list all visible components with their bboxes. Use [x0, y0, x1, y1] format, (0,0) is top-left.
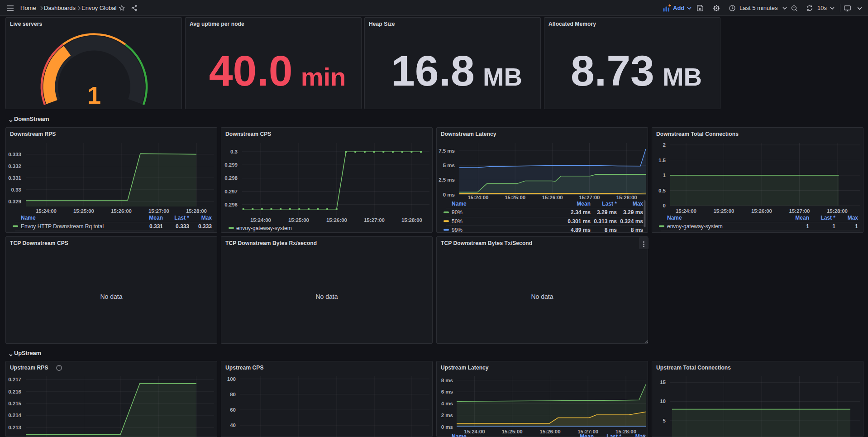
- svg-text:15:26:00: 15:26:00: [540, 429, 561, 434]
- svg-text:15:27:00: 15:27:00: [579, 195, 600, 200]
- svg-text:60: 60: [230, 407, 236, 413]
- svg-text:8 ms: 8 ms: [441, 378, 453, 383]
- svg-text:15:24:00: 15:24:00: [250, 217, 271, 223]
- svg-text:100: 100: [227, 376, 236, 382]
- svg-text:16.8MB: 16.8MB: [391, 47, 522, 95]
- svg-text:0: 0: [663, 203, 666, 208]
- svg-text:0.298: 0.298: [224, 175, 238, 181]
- svg-text:0.213: 0.213: [8, 425, 21, 430]
- svg-text:80: 80: [230, 392, 236, 397]
- svg-text:Name: Name: [21, 215, 36, 221]
- svg-text:1: 1: [832, 223, 835, 230]
- svg-text:1.5: 1.5: [658, 158, 666, 163]
- svg-text:0.3: 0.3: [230, 149, 238, 154]
- svg-text:15: 15: [660, 379, 666, 385]
- svg-text:0.333: 0.333: [198, 223, 212, 230]
- svg-text:15:27:00: 15:27:00: [364, 217, 385, 223]
- svg-text:0.332: 0.332: [8, 163, 21, 169]
- svg-text:15:26:00: 15:26:00: [542, 195, 563, 200]
- svg-text:0.217: 0.217: [8, 377, 21, 382]
- svg-text:90%: 90%: [452, 209, 463, 216]
- svg-text:15:25:00: 15:25:00: [73, 208, 94, 214]
- svg-text:0 ms: 0 ms: [443, 192, 455, 197]
- svg-text:Name: Name: [452, 201, 467, 207]
- svg-text:15:27:00: 15:27:00: [789, 208, 810, 214]
- svg-text:Max: Max: [201, 215, 212, 221]
- svg-text:6 ms: 6 ms: [441, 389, 453, 394]
- svg-text:0.297: 0.297: [224, 189, 238, 194]
- svg-text:3.29 ms: 3.29 ms: [623, 209, 643, 216]
- svg-text:4.89 ms: 4.89 ms: [571, 227, 591, 233]
- svg-text:2 ms: 2 ms: [441, 413, 453, 418]
- svg-text:2: 2: [663, 142, 666, 148]
- svg-text:0.301 ms: 0.301 ms: [568, 218, 591, 225]
- svg-text:Mean: Mean: [580, 433, 594, 437]
- svg-text:3.29 ms: 3.29 ms: [597, 209, 617, 216]
- svg-text:0.5: 0.5: [658, 188, 666, 193]
- svg-text:40.0min: 40.0min: [209, 47, 346, 95]
- svg-text:8 ms: 8 ms: [631, 227, 644, 233]
- svg-text:0 ms: 0 ms: [441, 424, 453, 430]
- svg-text:Last *: Last *: [174, 215, 189, 221]
- svg-text:Name: Name: [667, 215, 682, 221]
- svg-text:7.5 ms: 7.5 ms: [439, 148, 455, 154]
- svg-text:0.331: 0.331: [149, 223, 163, 230]
- svg-text:envoy-gateway-system: envoy-gateway-system: [236, 225, 292, 231]
- svg-text:99%: 99%: [452, 227, 463, 233]
- svg-text:0.33: 0.33: [11, 187, 21, 192]
- svg-text:5 ms: 5 ms: [443, 163, 455, 168]
- svg-text:15:24:00: 15:24:00: [464, 429, 485, 434]
- svg-text:5: 5: [663, 418, 666, 423]
- svg-text:Last *: Last *: [606, 433, 621, 437]
- svg-text:2.5 ms: 2.5 ms: [439, 177, 455, 182]
- svg-text:15:26:00: 15:26:00: [326, 217, 347, 223]
- svg-text:Envoy HTTP Downstream Rq total: Envoy HTTP Downstream Rq total: [21, 223, 104, 230]
- svg-text:15:26:00: 15:26:00: [751, 208, 772, 214]
- svg-text:15:28:00: 15:28:00: [186, 208, 207, 214]
- svg-text:15:25:00: 15:25:00: [505, 195, 525, 200]
- svg-text:envoy-gateway-system: envoy-gateway-system: [667, 223, 723, 230]
- svg-text:15:27:00: 15:27:00: [148, 208, 169, 214]
- svg-text:Last *: Last *: [602, 201, 617, 207]
- svg-text:15:24:00: 15:24:00: [676, 208, 696, 214]
- svg-text:15:25:00: 15:25:00: [288, 217, 309, 223]
- svg-text:8 ms: 8 ms: [605, 227, 617, 233]
- svg-text:0.299: 0.299: [224, 162, 238, 168]
- svg-text:Mean: Mean: [577, 201, 591, 207]
- svg-text:Last *: Last *: [820, 215, 835, 221]
- svg-text:Name: Name: [452, 433, 467, 437]
- svg-text:15:25:00: 15:25:00: [713, 208, 734, 214]
- svg-text:0.313 ms: 0.313 ms: [594, 218, 617, 225]
- svg-text:Mean: Mean: [795, 215, 809, 221]
- svg-text:15:28:00: 15:28:00: [401, 217, 422, 223]
- svg-text:1: 1: [806, 223, 809, 230]
- svg-text:0.329: 0.329: [8, 199, 21, 204]
- svg-text:Max: Max: [848, 215, 858, 221]
- svg-text:50%: 50%: [452, 218, 463, 225]
- svg-text:0.296: 0.296: [224, 202, 238, 207]
- svg-text:15:24:00: 15:24:00: [467, 195, 488, 200]
- svg-text:40: 40: [230, 423, 236, 428]
- svg-text:0.333: 0.333: [8, 152, 21, 157]
- svg-text:10: 10: [660, 399, 666, 404]
- svg-text:0.333: 0.333: [176, 223, 189, 230]
- svg-text:15:28:00: 15:28:00: [616, 195, 637, 200]
- svg-text:2.34 ms: 2.34 ms: [571, 209, 591, 216]
- svg-text:4 ms: 4 ms: [441, 401, 453, 406]
- svg-text:8.73MB: 8.73MB: [571, 47, 702, 95]
- svg-text:1: 1: [855, 223, 858, 230]
- svg-text:15:28:00: 15:28:00: [827, 208, 848, 214]
- svg-text:0.331: 0.331: [8, 175, 21, 181]
- svg-text:Max: Max: [633, 201, 644, 207]
- svg-text:0.215: 0.215: [8, 401, 21, 406]
- svg-text:1: 1: [87, 82, 101, 109]
- svg-text:15:25:00: 15:25:00: [502, 429, 523, 434]
- svg-text:15:26:00: 15:26:00: [111, 208, 132, 214]
- svg-text:0.324 ms: 0.324 ms: [620, 218, 643, 225]
- svg-text:1: 1: [663, 173, 666, 178]
- svg-text:0.214: 0.214: [8, 413, 21, 418]
- svg-text:15:24:00: 15:24:00: [36, 208, 57, 214]
- svg-text:0.216: 0.216: [8, 389, 21, 394]
- svg-text:Mean: Mean: [149, 215, 163, 221]
